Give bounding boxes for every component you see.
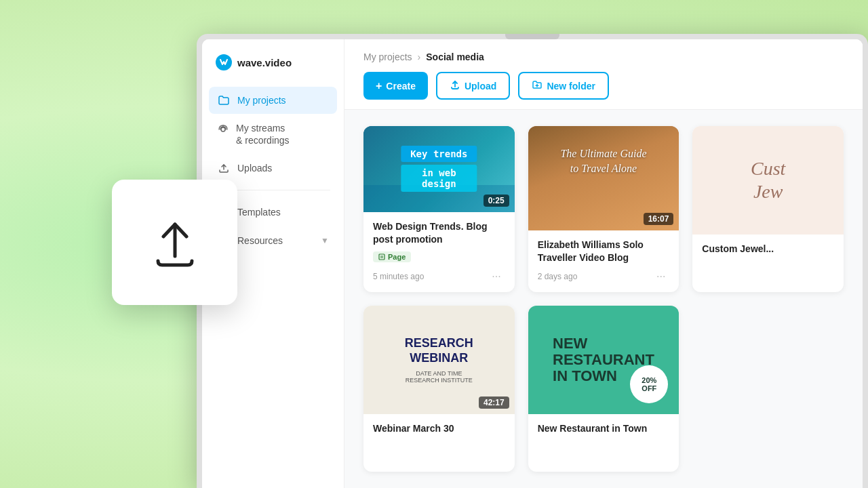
card-duration-badge-webinar: 42:17 xyxy=(479,396,509,409)
card-meta-travel: 2 days ago ··· xyxy=(538,269,670,284)
card-info-travel: Elizabeth Williams Solo Traveller Video … xyxy=(528,230,679,292)
card-thumbnail-travel: The Ultimate Guide to Travel Alone 16:07 xyxy=(528,126,679,230)
svg-point-1 xyxy=(221,127,225,131)
card-time-ago: 5 minutes ago xyxy=(373,272,424,281)
card-info-jewelry: Custom Jewel... xyxy=(692,235,844,292)
laptop-screen: wave.video My projects xyxy=(202,39,863,488)
card-thumbnail-restaurant: NEWRESTAURANTIN TOWN 20% OFF xyxy=(528,306,679,414)
card-title-webinar: Webinar March 30 xyxy=(373,422,505,436)
card-options-button[interactable]: ··· xyxy=(488,269,505,284)
project-card-jewelry[interactable]: Cust Jew Custom Jewel... xyxy=(692,126,844,292)
card-duration-badge-travel: 16:07 xyxy=(644,213,674,225)
sidebar-item-my-streams[interactable]: My streams & recordings xyxy=(209,115,337,153)
upload-button[interactable]: Upload xyxy=(436,72,510,100)
project-card-restaurant[interactable]: NEWRESTAURANTIN TOWN 20% OFF New Restaur… xyxy=(528,306,679,472)
folder-add-icon xyxy=(532,79,542,92)
breadcrumb: My projects › Social media xyxy=(363,52,844,62)
card-title-travel: Elizabeth Williams Solo Traveller Video … xyxy=(538,239,670,265)
uploads-label: Uploads xyxy=(237,163,272,174)
upload-tooltip xyxy=(112,180,237,305)
toolbar: + Create Upload xyxy=(363,72,844,100)
main-content: My projects › Social media + Create xyxy=(344,39,863,488)
card-title: Web Design Trends. Blog post promotion xyxy=(373,220,505,247)
breadcrumb-current: Social media xyxy=(426,52,484,62)
breadcrumb-parent[interactable]: My projects xyxy=(363,52,412,62)
project-card-webinar[interactable]: RESEARCHWEBINAR DATE AND TIMERESEARCH IN… xyxy=(363,306,515,472)
logo-text: wave.video xyxy=(237,57,292,68)
sidebar-item-uploads[interactable]: Uploads xyxy=(209,155,337,182)
plus-icon: + xyxy=(376,80,382,92)
card-thumbnail-webinar: RESEARCHWEBINAR DATE AND TIMERESEARCH IN… xyxy=(363,306,515,414)
webinar-title: RESEARCHWEBINAR xyxy=(405,336,473,365)
card-thumb-text1: Key trends xyxy=(401,146,477,162)
card-thumb-text2: in web design xyxy=(401,165,477,192)
card-tag: Page xyxy=(373,251,411,262)
upload-icon xyxy=(144,212,205,273)
resources-chevron-icon: ▼ xyxy=(321,236,329,245)
webinar-sub: DATE AND TIMERESEARCH INSTITUTE xyxy=(405,370,473,384)
topbar: My projects › Social media + Create xyxy=(344,39,863,110)
sidebar-item-my-projects[interactable]: My projects xyxy=(209,87,337,114)
card-thumbnail-jewelry: Cust Jew xyxy=(692,126,844,235)
logo-area: wave.video xyxy=(202,39,344,87)
streams-icon xyxy=(217,123,229,138)
restaurant-discount-badge: 20% OFF xyxy=(630,365,668,403)
logo-icon xyxy=(216,54,232,70)
card-thumbnail-web-design: Key trends in web design 0:25 xyxy=(363,126,515,212)
templates-label: Templates xyxy=(237,207,281,218)
project-card-web-design[interactable]: Key trends in web design 0:25 Web Design… xyxy=(363,126,515,292)
card-duration-badge: 0:25 xyxy=(484,195,509,207)
breadcrumb-separator: › xyxy=(418,52,421,62)
resources-label: Resources xyxy=(237,235,283,246)
streams-label: My streams & recordings xyxy=(236,122,290,146)
card-title-jewelry: Custom Jewel... xyxy=(702,243,834,256)
card-info-web-design: Web Design Trends. Blog post promotion P… xyxy=(363,212,515,292)
sidebar-item-label: My projects xyxy=(237,95,286,106)
upload-nav-icon xyxy=(217,161,231,175)
folder-icon xyxy=(217,94,231,107)
card-options-button-travel[interactable]: ··· xyxy=(652,269,669,284)
new-folder-button[interactable]: New folder xyxy=(518,72,609,100)
content-grid: Key trends in web design 0:25 Web Design… xyxy=(344,110,863,488)
camera-notch xyxy=(505,34,559,39)
card-meta: 5 minutes ago ··· xyxy=(373,269,505,284)
card-info-webinar: Webinar March 30 xyxy=(363,414,515,472)
travel-thumb-text: The Ultimate Guide to Travel Alone xyxy=(560,146,646,177)
laptop-frame: wave.video My projects xyxy=(197,34,868,488)
card-info-restaurant: New Restaurant in Town xyxy=(528,414,679,472)
project-card-travel-blog[interactable]: The Ultimate Guide to Travel Alone 16:07… xyxy=(528,126,679,292)
create-button[interactable]: + Create xyxy=(363,72,428,100)
svg-rect-13 xyxy=(379,254,384,260)
card-title-restaurant: New Restaurant in Town xyxy=(538,422,670,436)
card-time-ago-travel: 2 days ago xyxy=(538,272,578,281)
upload-button-icon xyxy=(450,79,460,92)
